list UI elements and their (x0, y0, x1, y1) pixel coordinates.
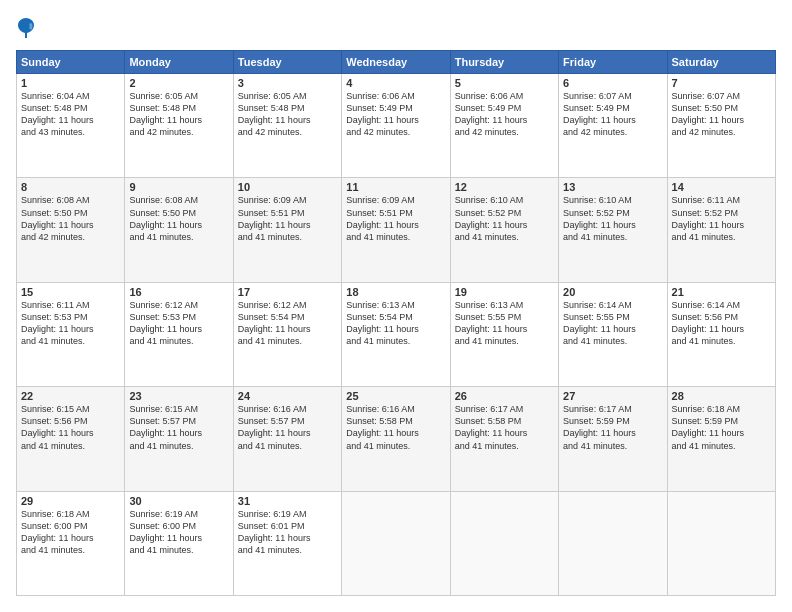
day-number: 1 (21, 77, 120, 89)
day-info: Sunrise: 6:13 AM Sunset: 5:54 PM Dayligh… (346, 299, 445, 348)
day-info: Sunrise: 6:04 AM Sunset: 5:48 PM Dayligh… (21, 90, 120, 139)
day-info: Sunrise: 6:12 AM Sunset: 5:54 PM Dayligh… (238, 299, 337, 348)
calendar-header-saturday: Saturday (667, 51, 775, 74)
calendar-week-2: 8Sunrise: 6:08 AM Sunset: 5:50 PM Daylig… (17, 178, 776, 282)
calendar-cell: 29Sunrise: 6:18 AM Sunset: 6:00 PM Dayli… (17, 491, 125, 595)
calendar-cell: 14Sunrise: 6:11 AM Sunset: 5:52 PM Dayli… (667, 178, 775, 282)
day-number: 25 (346, 390, 445, 402)
day-info: Sunrise: 6:11 AM Sunset: 5:52 PM Dayligh… (672, 194, 771, 243)
day-number: 16 (129, 286, 228, 298)
day-number: 6 (563, 77, 662, 89)
day-number: 11 (346, 181, 445, 193)
day-number: 3 (238, 77, 337, 89)
calendar-cell: 27Sunrise: 6:17 AM Sunset: 5:59 PM Dayli… (559, 387, 667, 491)
calendar-cell: 11Sunrise: 6:09 AM Sunset: 5:51 PM Dayli… (342, 178, 450, 282)
day-info: Sunrise: 6:18 AM Sunset: 5:59 PM Dayligh… (672, 403, 771, 452)
day-number: 8 (21, 181, 120, 193)
calendar-header-tuesday: Tuesday (233, 51, 341, 74)
day-info: Sunrise: 6:15 AM Sunset: 5:56 PM Dayligh… (21, 403, 120, 452)
day-info: Sunrise: 6:09 AM Sunset: 5:51 PM Dayligh… (238, 194, 337, 243)
day-info: Sunrise: 6:17 AM Sunset: 5:58 PM Dayligh… (455, 403, 554, 452)
day-info: Sunrise: 6:05 AM Sunset: 5:48 PM Dayligh… (238, 90, 337, 139)
calendar-cell: 22Sunrise: 6:15 AM Sunset: 5:56 PM Dayli… (17, 387, 125, 491)
day-number: 19 (455, 286, 554, 298)
calendar-cell: 12Sunrise: 6:10 AM Sunset: 5:52 PM Dayli… (450, 178, 558, 282)
calendar-cell: 23Sunrise: 6:15 AM Sunset: 5:57 PM Dayli… (125, 387, 233, 491)
calendar-cell: 26Sunrise: 6:17 AM Sunset: 5:58 PM Dayli… (450, 387, 558, 491)
calendar-cell: 31Sunrise: 6:19 AM Sunset: 6:01 PM Dayli… (233, 491, 341, 595)
day-info: Sunrise: 6:17 AM Sunset: 5:59 PM Dayligh… (563, 403, 662, 452)
day-info: Sunrise: 6:16 AM Sunset: 5:57 PM Dayligh… (238, 403, 337, 452)
day-number: 24 (238, 390, 337, 402)
day-info: Sunrise: 6:15 AM Sunset: 5:57 PM Dayligh… (129, 403, 228, 452)
day-info: Sunrise: 6:12 AM Sunset: 5:53 PM Dayligh… (129, 299, 228, 348)
calendar-week-1: 1Sunrise: 6:04 AM Sunset: 5:48 PM Daylig… (17, 74, 776, 178)
page-header (16, 16, 776, 40)
day-info: Sunrise: 6:07 AM Sunset: 5:49 PM Dayligh… (563, 90, 662, 139)
day-info: Sunrise: 6:06 AM Sunset: 5:49 PM Dayligh… (346, 90, 445, 139)
calendar-cell: 28Sunrise: 6:18 AM Sunset: 5:59 PM Dayli… (667, 387, 775, 491)
day-number: 7 (672, 77, 771, 89)
day-info: Sunrise: 6:09 AM Sunset: 5:51 PM Dayligh… (346, 194, 445, 243)
day-number: 2 (129, 77, 228, 89)
day-number: 9 (129, 181, 228, 193)
day-number: 5 (455, 77, 554, 89)
day-info: Sunrise: 6:13 AM Sunset: 5:55 PM Dayligh… (455, 299, 554, 348)
calendar-cell: 25Sunrise: 6:16 AM Sunset: 5:58 PM Dayli… (342, 387, 450, 491)
calendar-week-4: 22Sunrise: 6:15 AM Sunset: 5:56 PM Dayli… (17, 387, 776, 491)
calendar-cell: 20Sunrise: 6:14 AM Sunset: 5:55 PM Dayli… (559, 282, 667, 386)
calendar-cell (667, 491, 775, 595)
calendar-cell (450, 491, 558, 595)
day-number: 20 (563, 286, 662, 298)
calendar-header-wednesday: Wednesday (342, 51, 450, 74)
calendar-cell: 24Sunrise: 6:16 AM Sunset: 5:57 PM Dayli… (233, 387, 341, 491)
day-info: Sunrise: 6:10 AM Sunset: 5:52 PM Dayligh… (563, 194, 662, 243)
calendar-cell: 7Sunrise: 6:07 AM Sunset: 5:50 PM Daylig… (667, 74, 775, 178)
logo-icon (16, 16, 36, 40)
calendar-cell: 1Sunrise: 6:04 AM Sunset: 5:48 PM Daylig… (17, 74, 125, 178)
day-info: Sunrise: 6:16 AM Sunset: 5:58 PM Dayligh… (346, 403, 445, 452)
day-number: 12 (455, 181, 554, 193)
calendar-week-3: 15Sunrise: 6:11 AM Sunset: 5:53 PM Dayli… (17, 282, 776, 386)
calendar-header-thursday: Thursday (450, 51, 558, 74)
calendar-header-friday: Friday (559, 51, 667, 74)
day-info: Sunrise: 6:19 AM Sunset: 6:00 PM Dayligh… (129, 508, 228, 557)
day-info: Sunrise: 6:19 AM Sunset: 6:01 PM Dayligh… (238, 508, 337, 557)
day-number: 21 (672, 286, 771, 298)
calendar-cell (559, 491, 667, 595)
day-number: 30 (129, 495, 228, 507)
calendar-cell: 30Sunrise: 6:19 AM Sunset: 6:00 PM Dayli… (125, 491, 233, 595)
day-number: 22 (21, 390, 120, 402)
logo (16, 16, 40, 40)
day-info: Sunrise: 6:14 AM Sunset: 5:55 PM Dayligh… (563, 299, 662, 348)
calendar-header-sunday: Sunday (17, 51, 125, 74)
calendar-cell: 4Sunrise: 6:06 AM Sunset: 5:49 PM Daylig… (342, 74, 450, 178)
day-info: Sunrise: 6:07 AM Sunset: 5:50 PM Dayligh… (672, 90, 771, 139)
calendar-cell: 15Sunrise: 6:11 AM Sunset: 5:53 PM Dayli… (17, 282, 125, 386)
day-info: Sunrise: 6:18 AM Sunset: 6:00 PM Dayligh… (21, 508, 120, 557)
day-number: 27 (563, 390, 662, 402)
day-number: 15 (21, 286, 120, 298)
day-info: Sunrise: 6:10 AM Sunset: 5:52 PM Dayligh… (455, 194, 554, 243)
calendar-table: SundayMondayTuesdayWednesdayThursdayFrid… (16, 50, 776, 596)
calendar-cell: 2Sunrise: 6:05 AM Sunset: 5:48 PM Daylig… (125, 74, 233, 178)
day-info: Sunrise: 6:11 AM Sunset: 5:53 PM Dayligh… (21, 299, 120, 348)
day-number: 14 (672, 181, 771, 193)
day-info: Sunrise: 6:14 AM Sunset: 5:56 PM Dayligh… (672, 299, 771, 348)
calendar-cell: 10Sunrise: 6:09 AM Sunset: 5:51 PM Dayli… (233, 178, 341, 282)
calendar-cell: 21Sunrise: 6:14 AM Sunset: 5:56 PM Dayli… (667, 282, 775, 386)
day-info: Sunrise: 6:08 AM Sunset: 5:50 PM Dayligh… (129, 194, 228, 243)
calendar-cell: 6Sunrise: 6:07 AM Sunset: 5:49 PM Daylig… (559, 74, 667, 178)
calendar-cell: 9Sunrise: 6:08 AM Sunset: 5:50 PM Daylig… (125, 178, 233, 282)
day-number: 13 (563, 181, 662, 193)
calendar-cell: 13Sunrise: 6:10 AM Sunset: 5:52 PM Dayli… (559, 178, 667, 282)
calendar-header-monday: Monday (125, 51, 233, 74)
day-number: 29 (21, 495, 120, 507)
calendar-cell: 3Sunrise: 6:05 AM Sunset: 5:48 PM Daylig… (233, 74, 341, 178)
day-number: 17 (238, 286, 337, 298)
calendar-cell: 19Sunrise: 6:13 AM Sunset: 5:55 PM Dayli… (450, 282, 558, 386)
calendar-cell: 16Sunrise: 6:12 AM Sunset: 5:53 PM Dayli… (125, 282, 233, 386)
day-number: 31 (238, 495, 337, 507)
calendar-week-5: 29Sunrise: 6:18 AM Sunset: 6:00 PM Dayli… (17, 491, 776, 595)
day-info: Sunrise: 6:06 AM Sunset: 5:49 PM Dayligh… (455, 90, 554, 139)
